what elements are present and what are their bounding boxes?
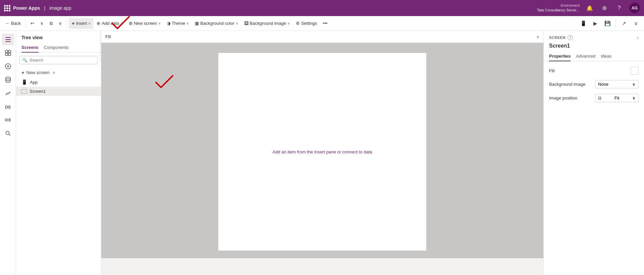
background-color-button[interactable]: ▦ Background color ∨ xyxy=(192,18,240,29)
copy-chevron-icon: ∨ xyxy=(59,21,62,26)
svg-point-10 xyxy=(6,77,10,79)
variables-sidebar-btn[interactable]: (x) xyxy=(2,100,14,113)
insert-button[interactable]: + Insert ∨ xyxy=(69,18,93,29)
list-item-app[interactable]: 📱 App xyxy=(16,77,101,87)
new-screen-chevron-icon: ∨ xyxy=(53,71,55,74)
tab-components[interactable]: Components xyxy=(44,43,69,53)
fill-property-label: Fill xyxy=(549,68,555,73)
save-button[interactable]: 💾 xyxy=(602,18,613,29)
help-button[interactable]: ? xyxy=(614,3,624,13)
new-screen-plus-icon: + xyxy=(21,70,24,75)
theme-icon: ◑ xyxy=(167,21,170,26)
settings-toolbar-button[interactable]: ⚙ Settings xyxy=(293,18,320,29)
svg-rect-3 xyxy=(5,50,8,53)
new-screen-chevron-icon: ∨ xyxy=(158,21,161,25)
apps-grid-icon[interactable] xyxy=(4,5,10,11)
svg-rect-6 xyxy=(8,53,11,56)
right-panel-expand-button[interactable]: › xyxy=(637,35,639,40)
tab-advanced[interactable]: Advanced xyxy=(576,52,595,61)
svg-rect-1 xyxy=(5,39,11,40)
more-button[interactable]: ••• xyxy=(320,18,330,29)
analytics-sidebar-btn[interactable] xyxy=(2,87,14,99)
tab-screens[interactable]: Screens xyxy=(21,43,39,53)
image-position-label: Image position xyxy=(549,95,578,100)
play-button[interactable]: ▶ xyxy=(590,18,601,29)
background-image-icon: 🖼 xyxy=(244,21,249,26)
svg-rect-5 xyxy=(5,53,8,56)
new-screen-label: New screen xyxy=(134,21,157,26)
image-position-dropdown[interactable]: ⊡ Fit ∨ xyxy=(595,94,639,102)
image-position-row: Image position ⊡ Fit ∨ xyxy=(549,94,639,102)
canvas-hint-connector2: or xyxy=(337,149,341,154)
tab-ideas[interactable]: Ideas xyxy=(601,52,611,61)
tree-search-box[interactable]: 🔍 xyxy=(19,56,98,64)
tree-view-header: Tree view xyxy=(16,31,101,43)
copy-dropdown-button[interactable]: ∨ xyxy=(56,18,65,29)
svg-point-15 xyxy=(6,131,9,135)
background-image-button[interactable]: 🖼 Background image ∨ xyxy=(241,18,292,29)
tree-items: + New screen ∨ 📱 App Screen1 xyxy=(16,68,101,275)
background-image-dropdown-value: None xyxy=(598,82,608,87)
formula-chevron-icon[interactable]: ∨ xyxy=(536,35,539,39)
screen-help-button[interactable]: ? xyxy=(568,35,573,40)
add-data-button[interactable]: ⊕ Add data ∨ xyxy=(94,18,125,29)
add-data-label: Add data xyxy=(102,21,119,26)
theme-label: Theme xyxy=(172,21,185,26)
formula-bar: Fill ∨ xyxy=(101,31,543,43)
data-sidebar-btn[interactable] xyxy=(2,74,14,86)
notification-button[interactable]: 🔔 xyxy=(585,3,594,13)
copy-icon: ⧉ xyxy=(50,21,53,26)
theme-button[interactable]: ◑ Theme ∨ xyxy=(164,18,192,29)
new-screen-btn[interactable]: + New screen ∨ xyxy=(16,68,101,77)
background-color-icon: ▦ xyxy=(195,21,199,26)
undo-icon: ↩ xyxy=(31,21,34,26)
back-arrow-icon: ← xyxy=(5,21,10,26)
environment-info: Environment Tata Consultancy Servic... xyxy=(537,3,580,12)
canvas-area: Add an item from the Insert pane or conn… xyxy=(101,43,543,275)
copy-button[interactable]: ⧉ xyxy=(47,18,55,29)
toolbar-separator-1 xyxy=(25,19,26,27)
toolbar-separator-2 xyxy=(67,19,67,27)
insert-sidebar-btn[interactable] xyxy=(2,60,14,72)
undo-dropdown-button[interactable]: ∨ xyxy=(38,18,46,29)
publish-button[interactable]: ↗ xyxy=(619,18,629,29)
undo-button[interactable]: ↩ xyxy=(28,18,37,29)
right-panel-content: Fill Background image None ∨ Image posit… xyxy=(544,61,644,108)
new-screen-button[interactable]: ⊞ New screen ∨ xyxy=(126,18,163,29)
canvas-screen[interactable]: Add an item from the Insert pane or conn… xyxy=(218,53,426,251)
canvas-hint-link[interactable]: connect to data xyxy=(342,149,372,154)
search-sidebar-btn[interactable] xyxy=(2,127,14,139)
canvas-hint-text: Add an item from the Insert pane xyxy=(272,149,336,154)
settings-label: Settings xyxy=(301,21,317,26)
undo-chevron-icon: ∨ xyxy=(40,21,44,26)
screen-name-label: Screen1 xyxy=(544,43,644,52)
more-icon: ••• xyxy=(323,21,328,26)
new-screen-btn-label: New screen xyxy=(26,70,50,75)
list-item-screen1[interactable]: Screen1 xyxy=(16,87,101,96)
settings-button[interactable]: ⚙ xyxy=(600,3,609,13)
preview-button[interactable]: 📱 xyxy=(578,18,589,29)
insert-label: Insert xyxy=(76,21,87,26)
fill-property-row: Fill xyxy=(549,67,639,75)
tree-view-sidebar-btn[interactable] xyxy=(2,33,14,46)
user-avatar[interactable]: AG xyxy=(629,3,640,13)
tree-search-input[interactable] xyxy=(30,58,95,63)
formula-input[interactable] xyxy=(118,34,534,39)
svg-rect-11 xyxy=(5,119,7,121)
add-data-icon: ⊕ xyxy=(97,21,100,26)
background-image-dropdown[interactable]: None ∨ xyxy=(595,80,639,88)
formula-collapse-button[interactable]: ∨ xyxy=(631,18,641,29)
environment-label: Environment xyxy=(561,3,580,8)
controls-sidebar-btn[interactable] xyxy=(2,114,14,126)
tab-properties[interactable]: Properties xyxy=(549,52,571,61)
image-position-value: Fit xyxy=(614,95,619,100)
app-name: Power Apps xyxy=(13,5,40,11)
back-button[interactable]: ← Back xyxy=(3,18,23,29)
canvas-bottom-bar xyxy=(101,258,543,275)
right-panel: SCREEN ? › Screen1 Properties Advanced I… xyxy=(543,31,644,275)
settings-toolbar-icon: ⚙ xyxy=(296,21,300,26)
fill-color-swatch[interactable] xyxy=(631,67,639,75)
back-label: Back xyxy=(11,21,21,26)
components-sidebar-btn[interactable] xyxy=(2,47,14,59)
canvas-hint: Add an item from the Insert pane or conn… xyxy=(272,149,372,154)
